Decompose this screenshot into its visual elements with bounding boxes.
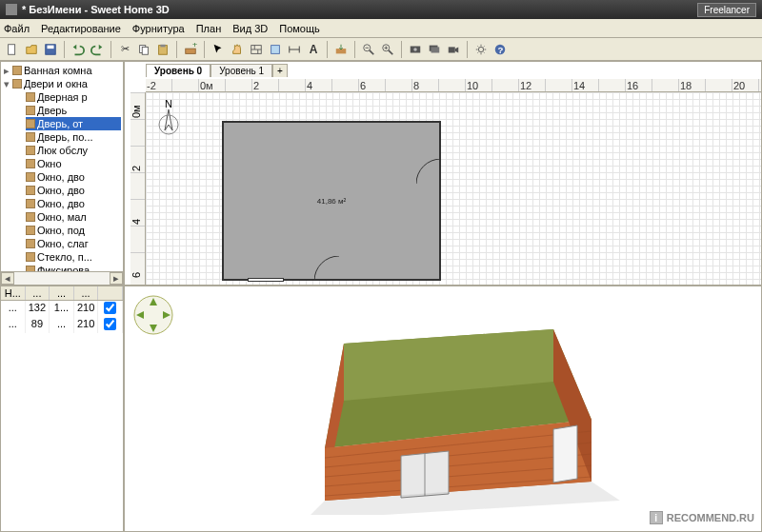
photos-icon[interactable] [426,41,443,58]
scroll-right-icon[interactable]: ▸ [110,272,123,285]
undo-icon[interactable] [70,41,87,58]
save-icon[interactable] [42,41,59,58]
ruler-tick: 0м [199,79,226,91]
catalog-item[interactable]: Окно [26,157,121,170]
cut-icon[interactable]: ✂ [116,41,133,58]
catalog-item[interactable]: Дверь, по... [26,130,121,144]
catalog-section-doors[interactable]: ▾Двери и окна [3,77,121,90]
tab-level-0[interactable]: Уровень 0 [146,64,211,77]
svg-line-22 [389,49,392,53]
3d-view-pane[interactable] [124,286,762,532]
new-doc-icon[interactable] [4,41,21,58]
catalog-item[interactable]: Стекло, п... [26,250,121,264]
ruler-tick: 10 [466,79,492,91]
catalog-item[interactable]: Люк обслу [26,144,121,157]
svg-line-19 [370,49,373,53]
ruler-tick [386,79,412,91]
furniture-thumb-icon [26,252,35,262]
pan-icon[interactable] [229,41,246,58]
catalog-item[interactable]: Окно, дво [26,184,121,197]
menu-edit[interactable]: Редактирование [41,23,121,34]
svg-text:+: + [192,43,197,49]
compass-icon[interactable]: N [153,100,184,138]
ruler-tick [226,79,252,91]
catalog-item-label: Окно, дво [37,184,85,197]
catalog-item[interactable]: Дверь, от [26,117,121,130]
visibility-checkbox[interactable] [104,302,116,314]
menu-3d[interactable]: Вид 3D [232,23,268,34]
catalog-item[interactable]: Дверная р [26,90,121,104]
catalog-item-label: Окно, под [37,224,85,237]
furniture-cell: 210 [74,301,99,317]
freelancer-badge[interactable]: Freelancer [697,3,756,17]
svg-rect-6 [160,44,165,47]
catalog-item-label: Дверь, от [37,117,83,130]
catalog-item[interactable]: Окно, дво [26,170,121,184]
ruler-tick [546,79,572,91]
ruler-tick: 12 [519,79,546,91]
pointer-icon[interactable] [210,41,227,58]
copy-icon[interactable] [135,41,152,58]
nav-arrows-icon[interactable] [132,294,174,336]
add-level-button[interactable]: + [272,64,288,77]
help-icon[interactable]: ? [491,41,509,58]
room-area-label: 41,86 м² [317,197,346,206]
photo-icon[interactable] [407,41,424,58]
room-icon[interactable] [267,41,284,58]
catalog-root[interactable]: ▸Ванная комна [3,64,121,77]
furniture-cell: ... [1,317,26,333]
catalog-item[interactable]: Окно, слаг [26,237,121,250]
title-bar: * БезИмени - Sweet Home 3D Freelancer [0,0,762,19]
scroll-left-icon[interactable]: ◂ [1,272,14,285]
furniture-row[interactable]: ...1321...210 [1,301,123,317]
furniture-thumb-icon [26,92,35,102]
text-icon[interactable]: A [305,41,322,58]
catalog-item-label: Люк обслу [37,144,88,157]
menu-help[interactable]: Помощь [279,23,320,34]
plan-pane[interactable]: Уровень 0 Уровень 1 + -20м24681012141618… [124,61,762,286]
catalog-item[interactable]: Окно, под [26,224,121,237]
ruler-tick: 2 [252,79,279,91]
ruler-tick [130,226,145,252]
add-furniture-icon[interactable]: + [182,41,199,58]
3d-scene[interactable] [268,305,630,515]
import-icon[interactable] [332,41,350,58]
ruler-tick: 14 [572,79,599,91]
ruler-tick: 8 [412,79,439,91]
svg-rect-13 [271,45,280,53]
svg-text:N: N [165,100,172,109]
catalog-scrollbar[interactable]: ◂ ▸ [1,271,123,285]
paste-icon[interactable] [154,41,171,58]
furniture-row[interactable]: ...89...210 [1,317,123,333]
menu-plan[interactable]: План [196,23,222,34]
app-icon [6,4,17,15]
catalog-item[interactable]: Окно, мал [26,210,121,224]
room-outline[interactable]: 41,86 м² [222,121,441,281]
svg-point-30 [478,47,483,51]
ruler-tick [706,79,732,91]
catalog-item-label: Дверь, по... [37,130,93,144]
dimension-icon[interactable] [286,41,303,58]
ruler-tick [332,79,359,91]
open-icon[interactable] [23,41,40,58]
plan-canvas[interactable]: N 41,86 м² [146,92,761,285]
catalog-item[interactable]: Окно, дво [26,197,121,210]
furniture-thumb-icon [26,199,35,208]
zoom-in-icon[interactable] [379,41,396,58]
tab-level-1[interactable]: Уровень 1 [211,64,272,77]
ruler-tick: 16 [626,79,652,91]
furniture-thumb-icon [26,239,35,248]
svg-text:?: ? [497,44,503,54]
wall-icon[interactable] [248,41,265,58]
visibility-checkbox[interactable] [104,318,116,330]
furniture-cell: ... [1,301,26,317]
video-icon[interactable] [445,41,462,58]
zoom-out-icon[interactable] [360,41,377,58]
redo-icon[interactable] [89,41,106,58]
catalog-item[interactable]: Дверь [26,104,121,117]
settings-icon[interactable] [472,41,490,58]
menu-file[interactable]: Файл [4,23,30,34]
catalog-item-label: Стекло, п... [37,250,92,264]
furniture-cell: 132 [26,301,50,317]
menu-furniture[interactable]: Фурнитура [132,23,185,34]
